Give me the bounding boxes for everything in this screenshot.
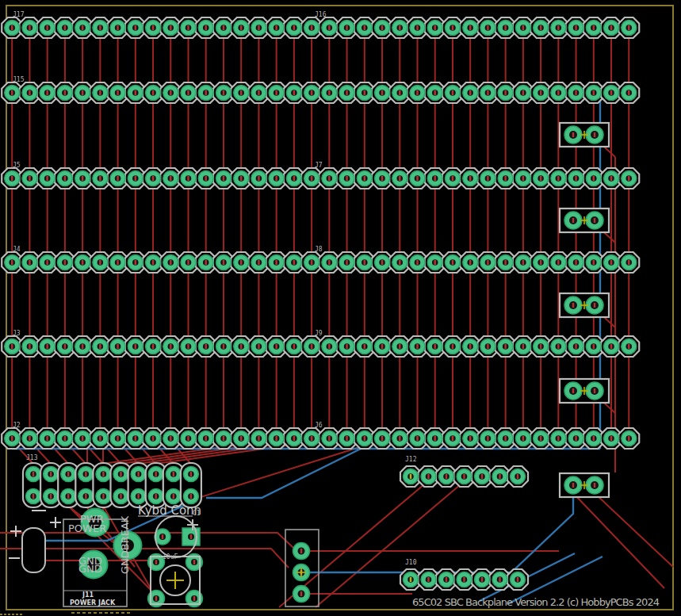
drill-mark	[135, 25, 136, 30]
drill-mark	[416, 344, 418, 349]
drill-mark	[540, 176, 541, 181]
trace[interactable]	[206, 449, 361, 498]
drill-mark	[628, 436, 629, 441]
drill-mark	[275, 176, 277, 181]
drill-mark	[469, 25, 471, 30]
drill-mark	[504, 436, 506, 441]
drill-mark	[346, 176, 347, 181]
drill-mark	[258, 260, 259, 265]
ref-label: J8	[315, 246, 323, 253]
drill-mark	[399, 260, 400, 265]
drill-mark	[610, 25, 612, 30]
drill-mark	[193, 560, 195, 564]
drill-mark	[522, 260, 524, 265]
drill-mark	[33, 472, 34, 476]
pcb-editor-canvas: J17J16J15J5J7J4J8J3J9J2J6J13J12J10 Kybd …	[0, 0, 681, 616]
drill-mark	[120, 494, 121, 499]
drill-mark	[481, 474, 483, 479]
drill-mark	[628, 176, 629, 181]
drill-mark	[99, 344, 101, 349]
drill-mark	[557, 90, 559, 95]
bus-header-J15[interactable]	[2, 82, 639, 103]
jumper-5[interactable]	[560, 473, 609, 497]
drill-mark	[381, 25, 383, 30]
trace[interactable]	[573, 493, 664, 588]
ref-label: J10	[405, 559, 417, 566]
drill-mark	[205, 436, 207, 441]
drill-mark	[102, 472, 104, 476]
drill-mark	[82, 90, 83, 95]
drill-mark	[594, 218, 595, 223]
drill-mark	[223, 90, 224, 95]
drill-mark	[575, 344, 576, 349]
drill-mark	[593, 90, 595, 95]
drill-mark	[46, 25, 48, 30]
drill-mark	[452, 436, 453, 441]
drill-mark	[381, 344, 383, 349]
drill-mark	[102, 494, 104, 499]
bus-header-J17[interactable]	[2, 17, 639, 38]
drill-mark	[381, 90, 383, 95]
drill-mark	[522, 344, 524, 349]
jumper-1[interactable]	[560, 123, 609, 147]
drill-mark	[300, 549, 302, 553]
drill-mark	[33, 494, 34, 499]
drill-mark	[135, 176, 136, 181]
drill-mark	[11, 344, 13, 349]
ref-label: J6	[315, 422, 323, 429]
drill-mark	[187, 90, 189, 95]
drill-mark	[64, 176, 66, 181]
drill-mark	[610, 176, 612, 181]
drill-mark	[46, 344, 48, 349]
jumper-2[interactable]	[560, 209, 609, 232]
drill-mark	[29, 260, 30, 265]
drill-mark	[64, 436, 66, 441]
bus-header-J5[interactable]	[2, 168, 639, 189]
trace[interactable]	[309, 492, 573, 572]
drill-mark	[205, 90, 207, 95]
jumper-4[interactable]	[560, 379, 609, 403]
drill-mark	[328, 436, 330, 441]
drill-mark	[85, 494, 86, 499]
drill-mark	[427, 577, 429, 582]
aux-header-J12[interactable]	[400, 466, 528, 487]
drill-mark	[557, 436, 559, 441]
drill-mark	[117, 344, 118, 349]
ref-label: J15	[13, 76, 25, 83]
drill-mark	[135, 436, 136, 441]
drill-mark	[64, 260, 66, 265]
drill-mark	[275, 344, 277, 349]
drill-mark	[416, 90, 418, 95]
drill-mark	[240, 436, 242, 441]
power-input-connector[interactable]	[22, 528, 45, 572]
jumper-3[interactable]	[560, 293, 609, 317]
drill-mark	[99, 260, 101, 265]
drill-mark	[275, 25, 277, 30]
drill-mark	[594, 388, 595, 393]
drill-mark	[399, 176, 400, 181]
drill-mark	[346, 436, 347, 441]
drill-mark	[223, 344, 224, 349]
drill-mark	[328, 25, 330, 30]
drill-mark	[117, 176, 118, 181]
drill-mark	[628, 25, 629, 30]
drill-mark	[223, 260, 224, 265]
drill-mark	[346, 25, 347, 30]
drill-mark	[223, 25, 224, 30]
drill-mark	[29, 176, 30, 181]
bus-header-J3[interactable]	[2, 336, 639, 357]
drill-mark	[187, 260, 189, 265]
drill-mark	[575, 90, 576, 95]
drill-mark	[293, 436, 295, 441]
pcb-board-view[interactable]: J17J16J15J5J7J4J8J3J9J2J6J13J12J10 Kybd …	[0, 0, 681, 616]
drill-mark	[594, 132, 595, 137]
capacitor-ref: C1	[193, 510, 201, 517]
bus-header-J4[interactable]	[2, 252, 639, 273]
drill-mark	[328, 344, 330, 349]
drill-mark	[50, 472, 52, 476]
drill-mark	[452, 90, 453, 95]
drill-mark	[170, 260, 171, 265]
ref-label: J13	[26, 454, 38, 461]
bus-header-J2[interactable]	[2, 428, 639, 449]
drill-mark	[540, 90, 541, 95]
